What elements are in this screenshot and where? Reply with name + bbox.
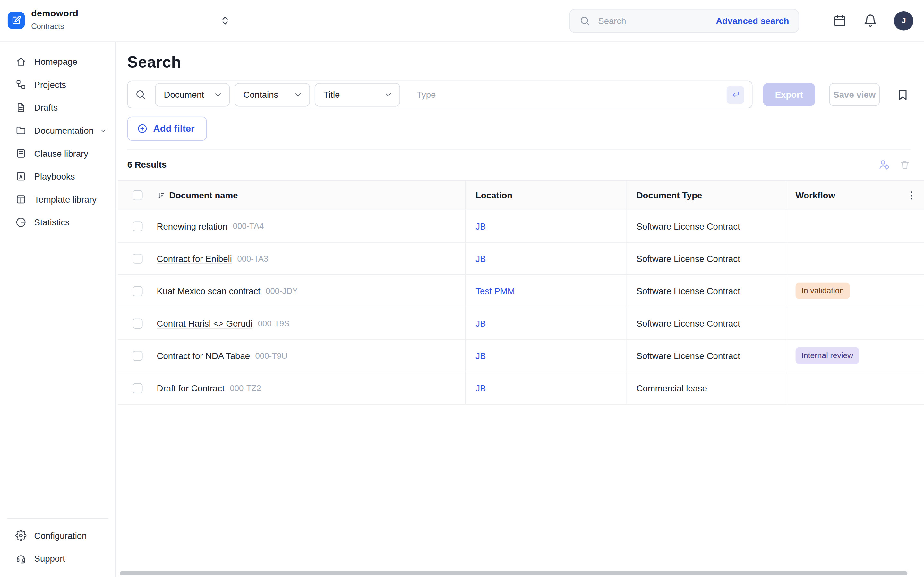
filter-value-input[interactable] <box>405 89 727 100</box>
sidebar-item-label: Statistics <box>34 218 69 227</box>
sidebar-item-clause-library[interactable]: Clause library <box>0 142 115 165</box>
document-link[interactable]: Renewing relation <box>157 221 228 231</box>
row-checkbox[interactable] <box>132 253 142 263</box>
app-logo[interactable] <box>8 12 25 29</box>
section-divider <box>128 149 911 150</box>
document-type: Software License Contract <box>636 221 740 231</box>
clause-library-icon <box>15 148 27 159</box>
horizontal-scrollbar[interactable] <box>120 571 908 575</box>
sidebar-item-label: Support <box>34 554 65 564</box>
calendar-button[interactable] <box>833 13 846 27</box>
app-root: demoword Contracts Advanced search J Hom… <box>0 0 924 577</box>
document-link[interactable]: Contract for Enibeli <box>157 253 232 263</box>
sidebar-item-label: Homepage <box>34 56 78 66</box>
bookmark-button[interactable] <box>896 87 910 102</box>
document-link[interactable]: Kuat Mexico scan contract <box>157 286 260 296</box>
return-arrow-icon <box>730 89 740 99</box>
chevron-down-icon <box>384 90 393 99</box>
sidebar-item-documentation[interactable]: Documentation <box>0 119 115 142</box>
column-header-document-type[interactable]: Document Type <box>636 190 702 200</box>
document-code: 000-T9U <box>255 351 288 360</box>
row-checkbox[interactable] <box>132 221 142 231</box>
row-checkbox[interactable] <box>132 318 142 328</box>
document-code: 000-TZ2 <box>230 384 261 393</box>
filter-field-select[interactable]: Title <box>315 83 400 106</box>
sidebar-item-drafts[interactable]: Drafts <box>0 96 115 119</box>
document-type: Commercial lease <box>636 383 707 393</box>
delete-button[interactable] <box>899 159 911 170</box>
projects-icon <box>15 79 27 90</box>
global-search[interactable]: Advanced search <box>569 9 799 33</box>
row-checkbox[interactable] <box>132 286 142 296</box>
column-header-document-name[interactable]: Document name <box>169 190 238 200</box>
column-header-workflow[interactable]: Workflow <box>796 190 835 200</box>
location-link[interactable]: JB <box>475 253 486 263</box>
filter-field-value: Title <box>323 89 340 99</box>
save-view-button[interactable]: Save view <box>829 83 880 106</box>
sidebar-item-homepage[interactable]: Homepage <box>0 50 115 73</box>
sidebar-item-template-library[interactable]: Template library <box>0 188 115 211</box>
sidebar-item-label: Configuration <box>34 530 87 540</box>
row-checkbox[interactable] <box>132 351 142 361</box>
location-link[interactable]: JB <box>475 383 486 393</box>
add-filter-button[interactable]: Add filter <box>128 117 207 141</box>
global-search-input[interactable] <box>597 15 716 26</box>
plus-circle-icon <box>137 123 148 134</box>
table-row: Contract for Enibeli 000-TA3 JB Software… <box>118 243 924 275</box>
sort-icon[interactable] <box>157 191 165 199</box>
table-row: Kuat Mexico scan contract 000-JDY Test P… <box>118 275 924 308</box>
document-code: 000-T9S <box>258 319 290 328</box>
playbooks-icon <box>15 171 27 182</box>
chevron-down-icon[interactable] <box>99 126 107 135</box>
assign-users-button[interactable] <box>878 158 891 171</box>
sidebar-item-configuration[interactable]: Configuration <box>0 524 115 547</box>
filter-entity-select[interactable]: Document <box>155 83 230 106</box>
sidebar-item-statistics[interactable]: Statistics <box>0 211 115 234</box>
document-link[interactable]: Contrat Harisl <> Gerudi <box>157 318 253 328</box>
advanced-search-link[interactable]: Advanced search <box>716 16 789 26</box>
filter-operator-select[interactable]: Contains <box>234 83 310 106</box>
folder-icon <box>15 125 27 136</box>
notifications-button[interactable] <box>863 13 877 27</box>
filter-row: Document Contains Title Export Save view <box>128 81 911 108</box>
location-link[interactable]: JB <box>475 318 486 328</box>
topbar-right: Advanced search J <box>569 0 913 41</box>
document-code: 000-JDY <box>266 286 298 295</box>
search-icon <box>580 15 591 26</box>
workspace-switcher[interactable] <box>218 12 231 29</box>
column-header-location[interactable]: Location <box>475 190 512 200</box>
select-all-checkbox[interactable] <box>132 190 142 200</box>
table-row: Contrat Harisl <> Gerudi 000-T9S JB Soft… <box>118 308 924 340</box>
filter-operator-value: Contains <box>244 89 278 99</box>
document-code: 000-TA4 <box>233 221 264 231</box>
app-section: Contracts <box>31 22 78 30</box>
document-type: Software License Contract <box>636 351 740 361</box>
main-content: Search Document Contains Title <box>117 42 924 577</box>
document-link[interactable]: Contract for NDA Tabae <box>157 351 250 361</box>
document-link[interactable]: Draft for Contract <box>157 383 225 393</box>
sidebar-item-playbooks[interactable]: Playbooks <box>0 165 115 188</box>
sidebar-item-label: Clause library <box>34 148 88 158</box>
location-link[interactable]: JB <box>475 221 486 231</box>
document-type: Software License Contract <box>636 253 740 263</box>
document-code: 000-TA3 <box>237 254 268 263</box>
sidebar-item-projects[interactable]: Projects <box>0 73 115 96</box>
table-header: Document name Location Document Type Wor… <box>118 180 924 210</box>
results-table: Document name Location Document Type Wor… <box>118 180 924 405</box>
row-checkbox[interactable] <box>132 383 142 393</box>
headset-icon <box>15 553 27 564</box>
sidebar-footer: ConfigurationSupport <box>0 518 115 577</box>
sidebar-item-support[interactable]: Support <box>0 547 115 570</box>
filter-bar: Document Contains Title <box>128 81 753 108</box>
export-button[interactable]: Export <box>763 83 815 106</box>
submit-filter-button[interactable] <box>727 85 744 103</box>
gear-icon <box>15 530 27 541</box>
sidebar-divider <box>7 518 108 519</box>
table-row: Contract for NDA Tabae 000-T9U JB Softwa… <box>118 340 924 372</box>
location-link[interactable]: Test PMM <box>475 286 515 296</box>
user-avatar[interactable]: J <box>894 11 913 31</box>
edit-square-icon <box>11 15 22 26</box>
sidebar-item-label: Playbooks <box>34 171 75 181</box>
table-options-button[interactable] <box>906 189 918 201</box>
location-link[interactable]: JB <box>475 351 486 361</box>
